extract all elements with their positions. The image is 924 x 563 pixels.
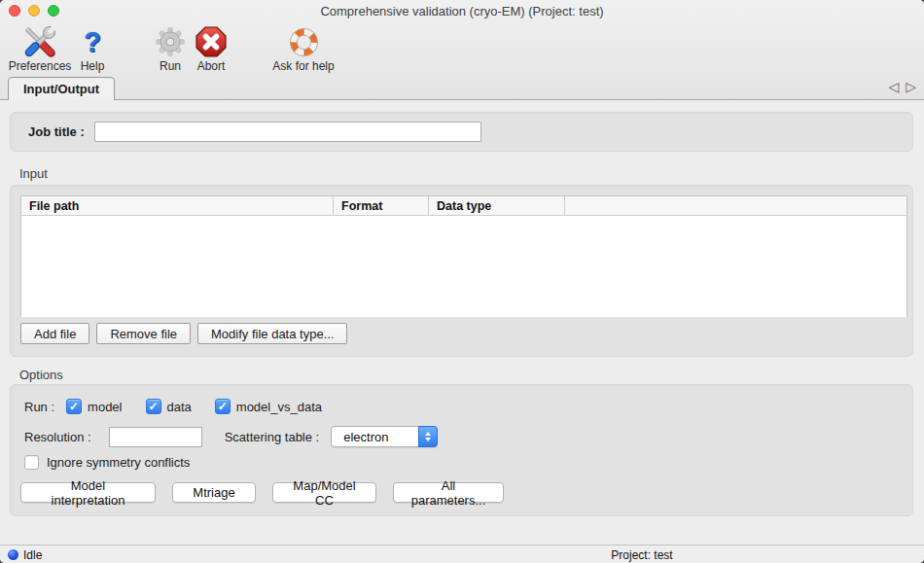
- options-button-row: Model interpretation Mtriage Map/Model C…: [20, 482, 504, 503]
- all-parameters-button[interactable]: All parameters...: [393, 482, 504, 503]
- model-interpretation-button[interactable]: Model interpretation: [20, 482, 156, 503]
- tab-content: Job title : Input File path Format Data …: [0, 100, 924, 545]
- mtriage-button[interactable]: Mtriage: [172, 482, 256, 503]
- model-vs-data-checkbox[interactable]: ✓: [215, 399, 231, 414]
- tab-scroll-arrows: ◁ ▷: [888, 79, 916, 94]
- data-checkbox[interactable]: ✓: [146, 399, 161, 414]
- project-label: Project: test: [611, 548, 672, 562]
- resolution-row: Resolution : Scattering table : electron: [24, 426, 438, 447]
- tab-scroll-left-icon[interactable]: ◁: [888, 79, 899, 94]
- close-button[interactable]: [9, 5, 20, 17]
- job-title-panel: Job title :: [10, 112, 913, 152]
- window-title: Comprehensive validation (cryo-EM) (Proj…: [0, 0, 924, 21]
- ignore-symmetry-checkbox[interactable]: [24, 455, 39, 470]
- input-panel: File path Format Data type Add file Remo…: [10, 185, 913, 357]
- data-checkbox-label: data: [167, 400, 192, 414]
- options-section-label: Options: [19, 368, 63, 382]
- ignore-symmetry-row: Ignore symmetry conflicts: [24, 455, 190, 470]
- model-vs-data-checkbox-label: model_vs_data: [236, 400, 322, 414]
- run-options-row: Run : ✓ model ✓ data ✓ model_vs_data: [24, 399, 322, 414]
- check-icon: ✓: [69, 400, 79, 413]
- lifebuoy-icon: [288, 24, 320, 59]
- title-bar[interactable]: Comprehensive validation (cryo-EM) (Proj…: [0, 0, 924, 21]
- job-title-input[interactable]: [94, 122, 481, 142]
- check-icon: ✓: [218, 400, 228, 413]
- file-table-body[interactable]: [21, 216, 906, 317]
- scattering-table-select[interactable]: electron: [331, 426, 438, 447]
- run-label: Run :: [24, 400, 54, 414]
- status-bar: Idle Project: test: [0, 545, 924, 563]
- column-header-data-type[interactable]: Data type: [428, 196, 564, 215]
- tab-input-output[interactable]: Input/Output: [8, 77, 115, 100]
- file-table[interactable]: File path Format Data type: [20, 195, 907, 317]
- scattering-table-label: Scattering table :: [225, 430, 320, 444]
- ask-for-help-button[interactable]: Ask for help: [267, 24, 340, 73]
- options-panel: Run : ✓ model ✓ data ✓ model_vs_data Res…: [10, 384, 913, 516]
- column-header-file-path[interactable]: File path: [21, 196, 333, 215]
- tools-icon: [22, 24, 57, 59]
- stop-icon: [195, 24, 228, 59]
- check-icon: ✓: [148, 400, 158, 413]
- help-button[interactable]: ? Help: [74, 24, 111, 73]
- run-button[interactable]: Run: [149, 24, 192, 73]
- status-indicator-icon: [8, 549, 18, 560]
- resolution-input[interactable]: [109, 427, 202, 447]
- tab-bar: Input/Output ◁ ▷: [0, 75, 924, 100]
- ignore-symmetry-label: Ignore symmetry conflicts: [47, 455, 190, 470]
- preferences-button[interactable]: Preferences: [6, 24, 74, 73]
- toolbar-item-label: Preferences: [9, 59, 72, 73]
- file-table-header: File path Format Data type: [21, 196, 906, 216]
- column-header-format[interactable]: Format: [333, 196, 428, 215]
- gear-icon: [154, 24, 187, 59]
- traffic-lights: [9, 5, 59, 17]
- job-title-label: Job title :: [28, 124, 85, 139]
- question-mark-icon: ?: [84, 24, 101, 59]
- toolbar-item-label: Help: [81, 59, 105, 73]
- model-checkbox[interactable]: ✓: [66, 399, 82, 414]
- map-model-cc-button[interactable]: Map/Model CC: [272, 482, 376, 503]
- toolbar: Preferences ? Help: [0, 21, 924, 75]
- add-file-button[interactable]: Add file: [20, 323, 89, 344]
- resolution-label: Resolution :: [24, 430, 91, 444]
- toolbar-item-label: Ask for help: [272, 59, 334, 73]
- modify-file-data-type-button[interactable]: Modify file data type...: [197, 323, 347, 344]
- minimize-button[interactable]: [28, 5, 40, 17]
- status-text: Idle: [23, 548, 42, 562]
- app-window: Comprehensive validation (cryo-EM) (Proj…: [0, 0, 924, 563]
- toolbar-item-label: Run: [160, 59, 181, 73]
- chevron-up-down-icon: [418, 426, 438, 447]
- abort-button[interactable]: Abort: [188, 24, 234, 73]
- file-button-row: Add file Remove file Modify file data ty…: [20, 323, 347, 344]
- tab-scroll-right-icon[interactable]: ▷: [906, 79, 916, 94]
- remove-file-button[interactable]: Remove file: [96, 323, 191, 344]
- scattering-table-value: electron: [332, 430, 388, 444]
- toolbar-item-label: Abort: [197, 59, 226, 73]
- input-section-label: Input: [19, 166, 48, 181]
- zoom-button[interactable]: [48, 5, 59, 17]
- model-checkbox-label: model: [88, 400, 122, 414]
- window-chrome: Comprehensive validation (cryo-EM) (Proj…: [0, 0, 924, 100]
- column-header-empty: [564, 196, 906, 215]
